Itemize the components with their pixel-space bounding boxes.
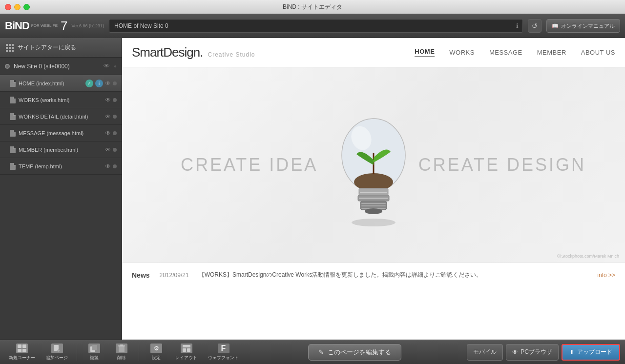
mobile-button[interactable]: モバイル — [467, 344, 503, 361]
svg-rect-17 — [22, 349, 26, 352]
page-name: MEMBER (member.html) — [19, 147, 102, 153]
current-page-title: HOME of New Site 0 — [114, 22, 168, 29]
svg-rect-26 — [183, 348, 186, 352]
sidebar-item-works[interactable]: WORKS (works.html) 👁 — [0, 92, 122, 108]
layout-button[interactable]: レイアウト — [171, 342, 201, 363]
eye-icon[interactable]: 👁 — [105, 80, 111, 87]
site-logo: SmartDesign. Creative Studio — [132, 45, 415, 60]
svg-rect-21 — [92, 345, 97, 350]
site-logo-text: SmartDesign. — [132, 45, 203, 60]
maximize-button[interactable] — [23, 4, 30, 10]
del-dot — [113, 115, 117, 119]
settings-icon: ⚙ — [150, 344, 162, 353]
layout-label: レイアウト — [175, 355, 197, 361]
toolbar-center: ✎ このページを編集する — [246, 344, 464, 361]
copy-label: 複製 — [90, 355, 99, 361]
svg-rect-9 — [361, 203, 386, 204]
del-dot — [113, 98, 117, 102]
upload-icon: ⬆ — [569, 349, 574, 356]
del-dot — [113, 81, 117, 85]
settings-button[interactable]: ⚙ 設定 — [144, 342, 168, 363]
more-icon[interactable]: ● — [114, 63, 117, 69]
eye-icon[interactable]: 👁 — [105, 146, 111, 153]
news-label: News — [132, 271, 150, 279]
svg-rect-7 — [359, 198, 388, 199]
main-layout: サイトシアターに戻る New Site 0 (site0000) 👁 ● HOM… — [0, 38, 625, 340]
page-name: TEMP (temp.html) — [19, 163, 102, 169]
page-action-icons: 👁 — [105, 97, 117, 103]
svg-rect-16 — [18, 349, 21, 352]
back-label: サイトシアターに戻る — [18, 43, 76, 52]
minimize-button[interactable] — [14, 4, 21, 10]
site-item[interactable]: New Site 0 (site0000) 👁 ● — [0, 58, 122, 75]
svg-text:+: + — [57, 347, 60, 353]
eye-icon[interactable]: 👁 — [105, 130, 111, 137]
sidebar-item-member[interactable]: MEMBER (member.html) 👁 — [0, 142, 122, 158]
del-dot — [113, 148, 117, 152]
new-corner-label: 新規コーナー — [9, 355, 35, 361]
layout-icon — [181, 344, 192, 353]
sidebar-item-home[interactable]: HOME (index.html) ✓ i 👁 — [0, 75, 122, 92]
page-title-bar: HOME of New Site 0 ℹ — [109, 19, 523, 33]
sidebar-item-message[interactable]: MESSAGE (message.html) 👁 — [0, 125, 122, 142]
upload-button[interactable]: ⬆ アップロード — [562, 344, 620, 361]
new-corner-button[interactable]: 新規コーナー — [5, 342, 39, 363]
nav-link-member[interactable]: MEMBER — [537, 49, 566, 56]
bottom-toolbar: 新規コーナー + 追加ページ 複製 削除 — [0, 340, 625, 364]
content-area: SmartDesign. Creative Studio HOME WORKS … — [122, 38, 625, 340]
toolbar-right: モバイル 👁 PCブラウザ ⬆ アップロード — [467, 344, 620, 361]
font-button[interactable]: F ウェブフォント — [204, 342, 243, 363]
add-page-button[interactable]: + 追加ページ — [42, 342, 72, 363]
refresh-button[interactable]: ↺ — [528, 19, 542, 33]
back-to-theater-button[interactable]: サイトシアターに戻る — [0, 38, 122, 58]
delete-label: 削除 — [117, 355, 126, 361]
sidebar-item-temp[interactable]: TEMP (temp.html) 👁 — [0, 158, 122, 175]
page-icon — [10, 113, 16, 120]
green-action-icon[interactable]: ✓ — [85, 80, 93, 87]
svg-rect-10 — [361, 205, 386, 206]
sidebar-item-works-detail[interactable]: WORKS DETAIL (detail.html) 👁 — [0, 108, 122, 125]
page-name: WORKS (works.html) — [19, 97, 102, 103]
pc-browser-button[interactable]: 👁 PCブラウザ — [506, 344, 559, 361]
upload-label: アップロード — [577, 348, 612, 356]
bind-logo: BiND — [5, 20, 29, 32]
page-name: HOME (index.html) — [19, 81, 83, 86]
svg-rect-25 — [183, 345, 190, 347]
window-controls[interactable] — [5, 4, 30, 10]
svg-rect-5 — [360, 192, 387, 193]
page-action-icons: 👁 — [105, 113, 117, 120]
delete-icon — [116, 344, 127, 353]
page-name: WORKS DETAIL (detail.html) — [19, 114, 102, 120]
blue-action-icon[interactable]: i — [95, 80, 103, 87]
site-navigation: SmartDesign. Creative Studio HOME WORKS … — [122, 38, 625, 67]
eye-icon[interactable]: 👁 — [105, 163, 111, 170]
page-icon — [10, 163, 16, 170]
settings-label: 設定 — [152, 355, 161, 361]
eye-icon[interactable]: 👁 — [105, 97, 111, 103]
copy-button[interactable]: 複製 — [82, 342, 106, 363]
manual-button[interactable]: 📖 オンラインマニュアル — [546, 19, 620, 33]
svg-rect-22 — [119, 346, 125, 352]
news-link[interactable]: info >> — [597, 272, 615, 279]
app-logo: BiND FOR WEBLIFE 7 Ver.6.86 (b1231) — [5, 19, 104, 34]
grid-icon — [6, 44, 14, 52]
delete-button[interactable]: 削除 — [109, 342, 134, 363]
svg-rect-15 — [22, 344, 26, 348]
page-icon — [10, 130, 16, 137]
site-name: New Site 0 (site0000) — [14, 63, 100, 70]
eye-icon[interactable]: 👁 — [104, 62, 110, 70]
hero-copyright: ©iStockphoto.com/Marek Mnich — [557, 254, 619, 259]
edit-page-button[interactable]: ✎ このページを編集する — [308, 344, 401, 361]
nav-link-home[interactable]: HOME — [415, 48, 435, 57]
hero-text-left: CREATE IDEA — [181, 155, 318, 175]
info-icon[interactable]: ℹ — [516, 22, 519, 29]
news-text: 【WORKS】SmartDesignのCreative Works活動情報を更新… — [199, 271, 588, 279]
manual-book-icon: 📖 — [552, 23, 559, 29]
copy-icon — [88, 344, 100, 353]
del-dot — [113, 164, 117, 168]
nav-link-message[interactable]: MESSAGE — [489, 49, 522, 56]
nav-link-about[interactable]: ABOUT US — [581, 49, 615, 56]
close-button[interactable] — [5, 4, 11, 10]
eye-icon[interactable]: 👁 — [105, 113, 111, 120]
nav-link-works[interactable]: WORKS — [449, 49, 475, 56]
